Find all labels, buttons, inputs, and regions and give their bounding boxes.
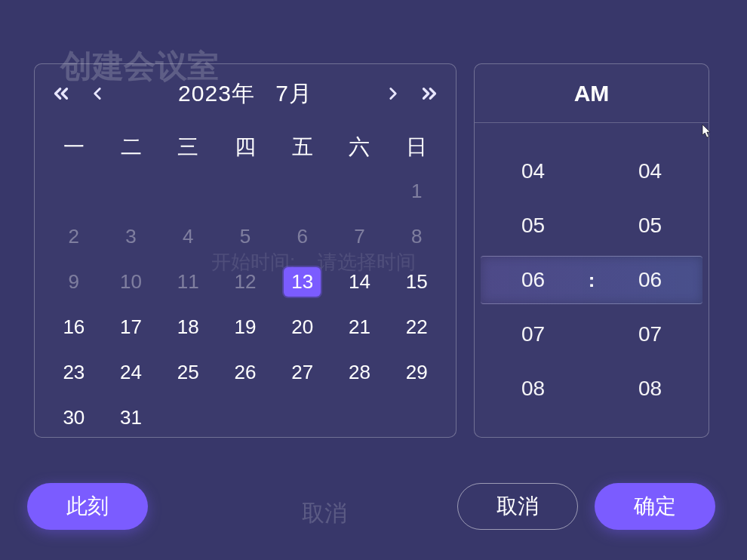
calendar-day[interactable]: 3 (103, 214, 160, 259)
calendar-day[interactable]: 20 (274, 304, 331, 349)
calendar-day[interactable]: 15 (388, 259, 445, 304)
calendar-day-number: 31 (120, 406, 142, 429)
cancel-button[interactable]: 取消 (457, 483, 578, 530)
calendar-day[interactable]: 9 (45, 259, 103, 304)
calendar-week-row: 2345678 (45, 214, 445, 259)
prev-year-button[interactable] (48, 81, 74, 106)
calendar-day[interactable]: 14 (331, 259, 389, 304)
calendar-day-number: 3 (125, 225, 136, 248)
calendar-day[interactable]: 11 (159, 259, 217, 304)
double-chevron-right-icon (418, 82, 441, 105)
calendar-day[interactable]: 16 (45, 304, 103, 349)
weekday-cell: 一 (45, 126, 103, 168)
calendar-day-number: 15 (406, 270, 428, 294)
next-month-button[interactable] (380, 81, 406, 106)
minutes-option[interactable]: 08 (638, 377, 662, 401)
calendar-day[interactable]: 31 (103, 395, 160, 440)
calendar-day[interactable]: 10 (103, 259, 160, 304)
calendar-day[interactable]: 7 (331, 214, 389, 259)
next-year-button[interactable] (417, 81, 442, 106)
datetime-picker-overlay: 2023年 7月 一二三四五六日 12345678910111213141516… (0, 0, 747, 560)
calendar-day[interactable]: 6 (274, 214, 331, 259)
minutes-option[interactable]: 05 (638, 214, 662, 238)
double-chevron-left-icon (50, 82, 72, 105)
minutes-option[interactable]: 07 (638, 322, 662, 346)
calendar-day[interactable]: 29 (388, 349, 445, 395)
calendar-grid: 一二三四五六日 12345678910111213141516171819202… (35, 123, 456, 448)
calendar-weekday-row: 一二三四五六日 (45, 126, 445, 168)
calendar-day[interactable]: 12 (217, 259, 274, 304)
hours-option[interactable]: 04 (521, 159, 545, 183)
calendar-day[interactable]: 22 (388, 304, 445, 349)
calendar-day-number: 20 (291, 315, 313, 339)
calendar-day-number: 18 (177, 315, 199, 339)
weekday-cell: 日 (388, 126, 445, 168)
calendar-day-number: 11 (177, 270, 199, 294)
calendar-day-number: 12 (235, 270, 257, 294)
calendar-title: 2023年 7月 (178, 78, 312, 109)
calendar-day-number: 26 (235, 361, 257, 384)
calendar-day[interactable]: 23 (45, 349, 103, 395)
calendar-day[interactable]: 19 (217, 304, 274, 349)
calendar-day[interactable]: 8 (388, 214, 445, 259)
calendar-day[interactable]: 5 (217, 214, 274, 259)
calendar-day-number: 5 (240, 225, 251, 248)
calendar-day-number: 6 (297, 225, 307, 248)
calendar-day-number: 1 (411, 180, 422, 203)
calendar-day[interactable]: 2 (45, 214, 103, 259)
calendar-day-number: 21 (349, 315, 370, 339)
time-body: : 0405060708 0405060708 (475, 123, 709, 437)
calendar-day[interactable]: 27 (274, 349, 331, 395)
calendar-day-number: 28 (349, 361, 370, 384)
calendar-nav-left (48, 81, 110, 106)
calendar-day-number: 10 (120, 270, 142, 294)
calendar-day[interactable]: 28 (331, 349, 389, 395)
calendar-day-number: 19 (235, 315, 257, 339)
calendar-day-number: 9 (69, 270, 79, 294)
calendar-day-number: 17 (120, 315, 142, 339)
calendar-day[interactable]: 24 (103, 349, 160, 395)
minutes-option[interactable]: 06 (638, 268, 662, 292)
calendar-day-number: 30 (63, 406, 85, 429)
calendar-day-number: 4 (183, 225, 193, 248)
calendar-day-number: 25 (177, 361, 199, 384)
calendar-day-number: 27 (291, 361, 313, 384)
calendar-day[interactable]: 4 (159, 214, 217, 259)
calendar-week-row: 16171819202122 (45, 304, 445, 349)
calendar-header: 2023年 7月 (35, 64, 456, 123)
calendar-day[interactable]: 13 (274, 259, 331, 304)
time-meridiem[interactable]: AM (475, 64, 709, 123)
calendar-year-label[interactable]: 2023年 (178, 81, 255, 106)
weekday-cell: 六 (331, 126, 389, 168)
calendar-day[interactable]: 1 (388, 168, 445, 214)
calendar-day[interactable]: 21 (331, 304, 389, 349)
minutes-option[interactable]: 04 (638, 159, 662, 183)
calendar-day-number: 29 (406, 361, 428, 384)
calendar-day[interactable]: 25 (159, 349, 217, 395)
calendar-day[interactable]: 26 (217, 349, 274, 395)
hours-option[interactable]: 06 (521, 268, 545, 292)
now-button[interactable]: 此刻 (27, 483, 148, 530)
calendar-day-number: 8 (411, 225, 422, 248)
calendar-day[interactable]: 17 (103, 304, 160, 349)
calendar-day[interactable]: 18 (159, 304, 217, 349)
confirm-button[interactable]: 确定 (595, 483, 715, 530)
calendar-day-number: 24 (120, 361, 142, 384)
hours-option[interactable]: 05 (521, 214, 545, 238)
calendar-day[interactable]: 30 (45, 395, 103, 440)
calendar-week-row: 9101112131415 (45, 259, 445, 304)
chevron-left-icon (88, 84, 107, 103)
calendar-day-number: 14 (349, 270, 370, 294)
calendar-nav-right (380, 81, 442, 106)
calendar-day-number: 23 (63, 361, 85, 384)
picker-buttons: 此刻 取消 确定 (0, 483, 747, 533)
calendar-week-row: 23242526272829 (45, 349, 445, 395)
calendar-day-number: 2 (69, 225, 79, 248)
hours-option[interactable]: 08 (521, 377, 545, 401)
calendar-panel: 2023年 7月 一二三四五六日 12345678910111213141516… (34, 63, 456, 438)
time-separator: : (589, 269, 595, 292)
hours-option[interactable]: 07 (521, 322, 545, 346)
prev-month-button[interactable] (85, 81, 110, 106)
calendar-month-label[interactable]: 7月 (275, 81, 312, 106)
chevron-right-icon (383, 84, 403, 103)
